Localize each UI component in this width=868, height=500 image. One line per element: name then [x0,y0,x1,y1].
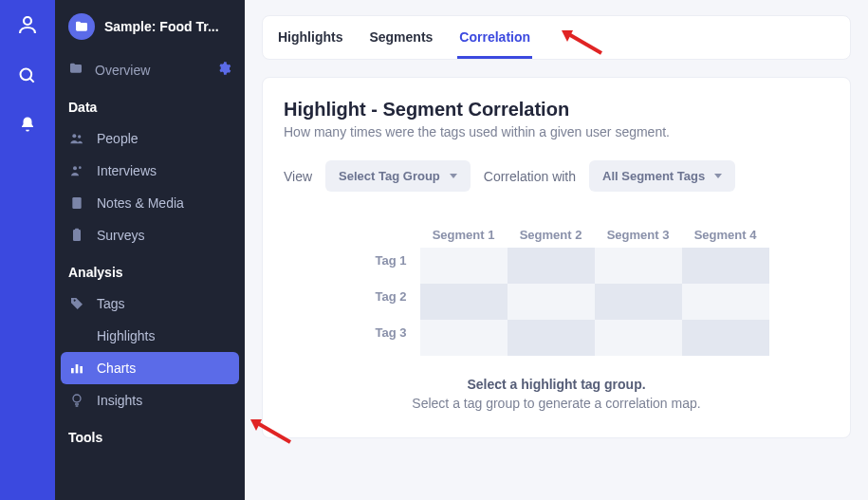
matrix-cell [595,284,682,320]
col-header: Segment 2 [508,222,595,248]
matrix-cell [508,320,595,356]
sidebar-item-overview[interactable]: Overview [55,53,245,86]
bell-icon[interactable] [19,116,36,137]
svg-point-4 [78,135,81,138]
col-header: Segment 4 [682,222,769,248]
matrix-cell [682,320,769,356]
tag-icon [68,296,85,311]
bulb-icon [68,393,85,408]
chevron-down-icon [714,174,722,178]
gear-icon[interactable] [216,61,231,79]
matrix-cell [420,320,508,356]
sidebar-item-highlights[interactable]: Highlights [55,320,245,352]
search-icon[interactable] [18,66,37,89]
tag-group-dropdown[interactable]: Select Tag Group [325,160,471,192]
nav-label: Notes & Media [97,195,184,211]
col-header: Segment 1 [420,222,508,248]
svg-point-1 [21,69,32,81]
sidebar-item-people[interactable]: People [55,122,245,155]
dropdown-label: All Segment Tags [602,169,705,183]
sidebar-item-notes[interactable]: Notes & Media [55,187,245,219]
svg-point-6 [79,166,82,169]
svg-point-13 [73,395,81,402]
row-header: Tag 1 [344,248,420,284]
matrix-cell [420,284,508,320]
annotation-arrow-icon [560,28,603,57]
nav-label: Surveys [97,228,145,243]
chevron-down-icon [450,174,457,178]
row-header: Tag 2 [344,284,420,320]
nav-label: Insights [97,393,142,408]
highlights-icon [68,328,85,343]
tab-highlights[interactable]: Highlights [276,16,344,59]
sidebar-item-tags[interactable]: Tags [55,287,245,320]
user-icon[interactable] [16,13,39,40]
svg-rect-8 [73,230,81,241]
matrix-cell [420,248,508,284]
tab-correlation[interactable]: Correlation [457,16,532,59]
tab-segments[interactable]: Segments [367,16,434,59]
panel-subtitle: How many times were the tags used within… [284,124,829,139]
section-analysis-header: Analysis [55,251,245,287]
callout-title: Select a highlight tag group. [284,377,829,392]
matrix-cell [682,248,769,284]
nav-label: Tags [97,296,125,311]
left-rail [0,0,55,500]
sidebar-item-surveys[interactable]: Surveys [55,219,245,251]
svg-rect-9 [75,229,79,231]
chart-icon [68,361,85,376]
notes-icon [68,195,85,211]
matrix-cell [682,284,769,320]
svg-rect-12 [80,366,83,373]
panel-controls: View Select Tag Group Correlation with A… [284,160,829,192]
view-label: View [284,169,312,184]
sidebar-item-insights[interactable]: Insights [55,384,245,417]
surveys-icon [68,228,85,243]
nav-label: Highlights [97,328,155,343]
callout-subtitle: Select a tag group to generate a correla… [284,396,829,411]
main-content: Highlights Segments Correlation Highligh… [245,0,868,500]
matrix-cell [595,248,682,284]
matrix-cell [508,248,595,284]
svg-point-3 [72,134,76,138]
section-tools-header: Tools [55,417,245,453]
matrix-cell [508,284,595,320]
sidebar-item-interviews[interactable]: Interviews [55,155,245,187]
dropdown-label: Select Tag Group [339,169,440,183]
overview-label: Overview [95,63,205,78]
sidebar-item-charts[interactable]: Charts [61,352,239,384]
annotation-arrow-icon [249,417,292,446]
svg-rect-11 [76,364,79,373]
folder-solid-icon [68,61,83,79]
svg-point-5 [73,166,77,170]
panel-title: Highlight - Segment Correlation [284,99,829,120]
nav-label: Interviews [97,163,157,178]
callout: Select a highlight tag group. Select a t… [284,377,829,411]
project-title: Sample: Food Tr... [104,19,231,34]
people-icon [68,131,85,146]
section-data-header: Data [55,86,245,122]
nav-label: People [97,131,139,146]
sidebar: Sample: Food Tr... Overview Data People … [55,0,245,500]
col-header: Segment 3 [595,222,682,248]
correlation-matrix: Segment 1 Segment 2 Segment 3 Segment 4 … [284,222,829,356]
row-header: Tag 3 [344,320,420,356]
correlation-with-label: Correlation with [484,169,576,184]
svg-line-2 [30,79,34,83]
svg-rect-10 [71,368,74,373]
correlation-panel: Highlight - Segment Correlation How many… [262,77,851,438]
nav-label: Charts [97,361,136,376]
svg-rect-7 [72,197,81,209]
tabs-bar: Highlights Segments Correlation [262,15,851,60]
svg-point-0 [24,17,31,25]
folder-icon [68,13,95,40]
project-header[interactable]: Sample: Food Tr... [55,0,245,53]
matrix-cell [595,320,682,356]
segment-tags-dropdown[interactable]: All Segment Tags [589,160,735,192]
interviews-icon [68,163,85,178]
